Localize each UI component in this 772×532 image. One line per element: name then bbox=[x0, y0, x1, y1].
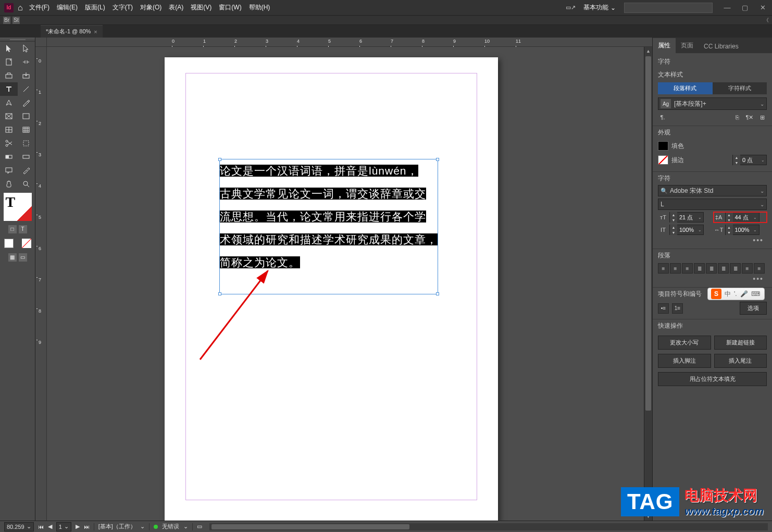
content-placer-tool[interactable] bbox=[18, 69, 35, 82]
clear-overrides-icon[interactable]: ¶✕ bbox=[745, 113, 754, 121]
pen-tool[interactable] bbox=[0, 96, 18, 109]
ime-indicator[interactable]: S 中 '. 🎤 ⌨ bbox=[707, 288, 765, 300]
menu-layout[interactable]: 版面(L) bbox=[85, 3, 105, 12]
share-icon[interactable]: ▭↗ bbox=[566, 4, 575, 12]
scroll-up-button[interactable]: ▲ bbox=[644, 47, 652, 55]
frame-handle[interactable] bbox=[218, 158, 221, 161]
window-restore-button[interactable]: ▢ bbox=[740, 4, 750, 11]
table-tool[interactable] bbox=[0, 123, 18, 137]
content-collector-tool[interactable] bbox=[0, 69, 18, 82]
ruler-horizontal[interactable]: 0 1 2 3 4 5 6 7 8 9 10 11 bbox=[47, 38, 652, 47]
justify-center-button[interactable]: ≣ bbox=[706, 263, 717, 274]
default-fill-stroke-icon[interactable] bbox=[4, 239, 14, 248]
stepper-up-icon[interactable]: ▲ bbox=[670, 212, 677, 217]
horizontal-scrollbar[interactable] bbox=[209, 523, 768, 530]
align-away-spine-button[interactable]: ≡ bbox=[754, 263, 765, 274]
stepper-down-icon[interactable]: ▼ bbox=[733, 160, 740, 165]
justify-right-button[interactable]: ≣ bbox=[718, 263, 729, 274]
new-hyperlink-button[interactable]: 新建超链接 bbox=[714, 336, 767, 350]
align-right-button[interactable]: ≡ bbox=[682, 263, 693, 274]
gradient-feather-tool[interactable] bbox=[18, 150, 35, 164]
more-options-icon[interactable]: ••• bbox=[658, 274, 767, 283]
eyedropper-tool[interactable] bbox=[18, 164, 35, 177]
page-field[interactable]: 1 ⌄ bbox=[56, 522, 71, 531]
stepper-down-icon[interactable]: ▼ bbox=[670, 217, 677, 222]
open-panel-button[interactable]: ▭ bbox=[197, 523, 202, 530]
stepper-down-icon[interactable]: ▼ bbox=[726, 217, 733, 222]
workspace-state[interactable]: [基本]（工作） bbox=[98, 523, 136, 530]
tools-handle[interactable] bbox=[0, 38, 35, 42]
window-close-button[interactable]: ✕ bbox=[757, 4, 768, 11]
swap-fill-stroke-icon[interactable] bbox=[22, 239, 31, 248]
new-style-plus-icon[interactable]: ⊞ bbox=[757, 113, 767, 121]
frame-handle[interactable] bbox=[436, 292, 439, 295]
zoom-tool[interactable] bbox=[18, 177, 35, 191]
rectangle-frame-tool[interactable] bbox=[0, 109, 18, 123]
pencil-tool[interactable] bbox=[18, 96, 35, 109]
canvas-area[interactable]: 0 1 2 3 4 5 6 7 8 9 10 11 0 1 2 3 4 5 6 … bbox=[35, 38, 652, 521]
hand-tool[interactable] bbox=[0, 177, 18, 191]
document-tab-close[interactable]: × bbox=[94, 29, 97, 35]
list-options-button[interactable]: 选项 bbox=[740, 302, 767, 315]
stroke-weight-input[interactable]: ▲▼ 0 点 ⌄ bbox=[732, 155, 767, 165]
selection-tool[interactable] bbox=[0, 42, 18, 55]
text-frame[interactable]: 论文是一个汉语词语，拼音是lùnwén， 古典文学常见论文一词，谓交谈辞章或交 … bbox=[219, 159, 438, 294]
chevron-down-icon[interactable]: ⌄ bbox=[759, 158, 766, 163]
bridge-icon[interactable]: Br bbox=[3, 17, 10, 24]
menu-file[interactable]: 文件(F) bbox=[29, 3, 49, 12]
menu-edit[interactable]: 编辑(E) bbox=[57, 3, 78, 12]
view-mode-preview-icon[interactable]: ▭ bbox=[19, 253, 27, 262]
gradient-swatch-tool[interactable] bbox=[0, 150, 18, 164]
control-chevron-icon[interactable]: 《 bbox=[764, 17, 769, 24]
chevron-down-icon[interactable]: ⌄ bbox=[183, 523, 188, 530]
bulleted-list-button[interactable]: •≡ bbox=[658, 303, 669, 314]
page-tool[interactable] bbox=[0, 55, 18, 69]
stock-icon[interactable]: St bbox=[13, 17, 20, 24]
chevron-down-icon[interactable]: ⌄ bbox=[752, 215, 759, 220]
stepper-up-icon[interactable]: ▲ bbox=[670, 225, 677, 230]
stepper-up-icon[interactable]: ▲ bbox=[733, 155, 740, 160]
type-tool[interactable] bbox=[0, 82, 18, 96]
align-towards-spine-button[interactable]: ≡ bbox=[742, 263, 753, 274]
frame-handle[interactable] bbox=[218, 292, 221, 295]
gap-tool[interactable] bbox=[18, 55, 35, 69]
paragraph-style-select[interactable]: Ag [基本段落]+ ⌄ bbox=[658, 97, 767, 110]
window-minimize-button[interactable]: — bbox=[722, 4, 732, 11]
formatting-container-icon[interactable]: □ bbox=[8, 225, 17, 233]
free-transform-tool[interactable] bbox=[18, 137, 35, 150]
line-tool[interactable] bbox=[18, 82, 35, 96]
stroke-swatch[interactable] bbox=[658, 155, 668, 165]
next-spread-button[interactable]: ⏭ bbox=[84, 524, 90, 530]
leading-input[interactable]: ▲▼ 44 点 ⌄ bbox=[725, 212, 759, 222]
pilcrow-icon[interactable]: ¶. bbox=[658, 113, 667, 121]
frame-handle[interactable] bbox=[436, 158, 439, 161]
menu-table[interactable]: 表(A) bbox=[169, 3, 183, 12]
align-left-button[interactable]: ≡ bbox=[658, 263, 669, 274]
more-options-icon[interactable]: ••• bbox=[658, 235, 767, 244]
justify-left-button[interactable]: ≣ bbox=[694, 263, 705, 274]
type-proxy[interactable]: T bbox=[4, 193, 32, 221]
menu-object[interactable]: 对象(O) bbox=[140, 3, 161, 12]
chevron-down-icon[interactable]: ⌄ bbox=[752, 228, 759, 232]
prev-spread-button[interactable]: ⏮ bbox=[38, 524, 44, 530]
menu-type[interactable]: 文字(T) bbox=[113, 3, 133, 12]
chevron-down-icon[interactable]: ⌄ bbox=[696, 228, 703, 232]
numbered-list-button[interactable]: 1≡ bbox=[672, 303, 683, 314]
tab-cclibraries[interactable]: CC Libraries bbox=[699, 40, 744, 53]
align-center-button[interactable]: ≡ bbox=[670, 263, 681, 274]
direct-selection-tool[interactable] bbox=[18, 42, 35, 55]
font-family-select[interactable]: 🔍 Adobe 宋体 Std ⌄ bbox=[658, 185, 767, 196]
menu-view[interactable]: 视图(V) bbox=[191, 3, 211, 12]
font-size-input[interactable]: ▲▼ 21 点 ⌄ bbox=[669, 212, 704, 222]
fill-placeholder-button[interactable]: 用占位符文本填充 bbox=[658, 372, 767, 386]
page[interactable]: 论文是一个汉语词语，拼音是lùnwén， 古典文学常见论文一词，谓交谈辞章或交 … bbox=[165, 57, 498, 521]
rectangle-tool[interactable] bbox=[18, 109, 35, 123]
fill-swatch[interactable] bbox=[658, 141, 668, 151]
vscale-input[interactable]: ▲▼ 100% ⌄ bbox=[669, 225, 704, 235]
character-style-tab[interactable]: 字符样式 bbox=[713, 82, 767, 94]
zoom-field[interactable]: 80.259 ⌄ bbox=[4, 522, 34, 531]
scroll-thumb[interactable] bbox=[645, 56, 651, 411]
next-page-button[interactable]: ▶ bbox=[76, 523, 80, 530]
table-tool-2[interactable] bbox=[18, 123, 35, 137]
document-tab[interactable]: *未命名-1 @ 80% × bbox=[41, 25, 103, 38]
